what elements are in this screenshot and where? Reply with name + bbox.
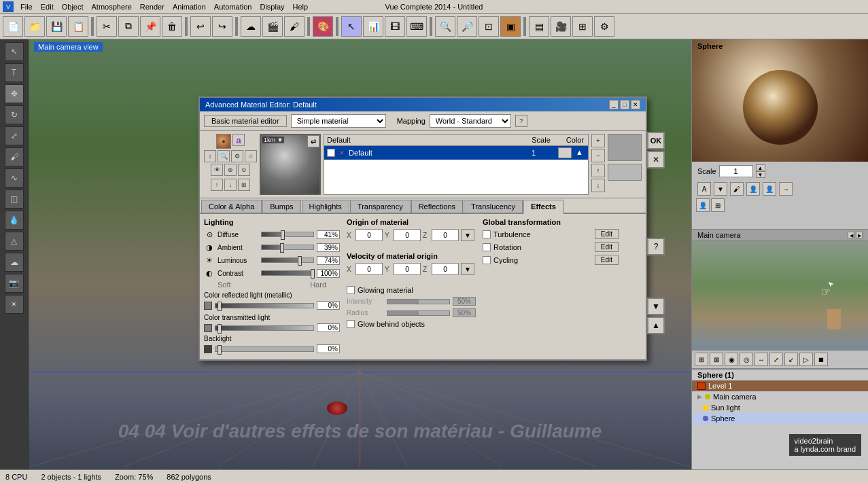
zoom-in-btn[interactable]: 🔍	[435, 16, 455, 37]
rotation-checkbox[interactable]	[483, 243, 491, 251]
scroll-up-btn[interactable]: ▲	[647, 317, 665, 334]
layout-btn[interactable]: ⊞	[572, 16, 593, 37]
tab-highlights[interactable]: Highlights	[302, 200, 349, 213]
cancel-button[interactable]: ✕	[647, 151, 665, 168]
undo-btn[interactable]: ↩	[190, 16, 211, 37]
tab-reflections[interactable]: Reflections	[411, 200, 463, 213]
color-swatch-1[interactable]	[608, 134, 642, 161]
menu-edit[interactable]: Edit	[37, 1, 58, 12]
mat-remove-btn[interactable]: −	[591, 149, 605, 162]
scale-up-btn[interactable]: ▲	[756, 164, 765, 171]
basic-editor-button[interactable]: Basic material editor	[204, 115, 287, 127]
right-icon-arrow[interactable]: →	[779, 182, 793, 196]
select-btn[interactable]: ↖	[341, 16, 362, 37]
paste-btn[interactable]: 📌	[140, 16, 160, 37]
tree-icon-1[interactable]: ⊞	[695, 353, 708, 366]
glow-checkbox[interactable]	[347, 286, 355, 294]
mat-up-btn[interactable]: ↑	[591, 164, 605, 177]
mat-scroll-up[interactable]: ▲	[576, 148, 585, 158]
mat-checkbox[interactable]	[327, 149, 335, 157]
cycling-edit-btn[interactable]: Edit	[595, 255, 619, 265]
tool-paint[interactable]: 🖌	[5, 147, 24, 166]
mat-btn7[interactable]: ⊙	[238, 164, 250, 176]
tab-bumps[interactable]: Bumps	[262, 200, 300, 213]
mat-btn4[interactable]: ☆	[245, 150, 257, 162]
anim-btn[interactable]: 🎞	[385, 16, 405, 37]
mat-btn10[interactable]: ⊞	[238, 179, 250, 191]
mat-btn6[interactable]: ⊕	[224, 164, 237, 176]
scale-input[interactable]	[719, 165, 753, 177]
velocity-y-input[interactable]	[394, 263, 421, 275]
tree-icon-9[interactable]: ⏹	[814, 353, 828, 366]
scale-down-btn[interactable]: ▼	[756, 171, 765, 178]
ambient-slider[interactable]	[261, 245, 314, 250]
origin-x-input[interactable]	[355, 229, 383, 241]
luminous-slider[interactable]	[261, 257, 314, 263]
mat-btn3[interactable]: ⚙	[231, 150, 243, 162]
backlight-slider[interactable]	[215, 346, 314, 352]
right-icon-person2[interactable]: 👤	[763, 182, 776, 196]
mat-btn2[interactable]: 🔍	[218, 150, 230, 162]
glow-behind-checkbox[interactable]	[347, 320, 355, 328]
dialog-maximize-btn[interactable]: □	[620, 100, 629, 109]
menu-atmosphere[interactable]: Atmosphere	[88, 1, 136, 12]
preview-flip-btn[interactable]: ⇄	[307, 135, 319, 147]
tool-scale[interactable]: ⤢	[5, 126, 24, 145]
mat-btn5[interactable]: 👁	[211, 164, 223, 176]
right-icon-paint[interactable]: 🖌	[730, 182, 744, 196]
view-btn[interactable]: ▣	[500, 16, 521, 37]
paint-btn[interactable]: 🖌	[284, 16, 305, 37]
tab-effects[interactable]: Effects	[523, 200, 563, 214]
right-icon-grid[interactable]: ⊞	[711, 198, 725, 212]
mat-add-btn[interactable]: +	[591, 134, 605, 147]
ok-button[interactable]: OK	[647, 132, 665, 149]
color-swatch-2[interactable]	[608, 164, 642, 181]
dialog-minimize-btn[interactable]: _	[609, 100, 619, 109]
panel-btn[interactable]: ▤	[529, 16, 549, 37]
origin-options-btn[interactable]: ▼	[461, 229, 474, 241]
tool-cloud[interactable]: ☁	[5, 253, 24, 272]
velocity-options-btn[interactable]: ▼	[461, 263, 474, 275]
color-transmitted-slider[interactable]	[215, 325, 314, 331]
mapping-help-btn[interactable]: ?	[515, 115, 527, 127]
mat-btn9[interactable]: ↓	[224, 179, 237, 191]
material-type-select[interactable]: Simple material	[291, 114, 386, 128]
tree-item-sun[interactable]: Sun light	[692, 402, 868, 413]
camera-nav-left[interactable]: ◀	[848, 232, 854, 238]
new-btn[interactable]: 📄	[3, 16, 23, 37]
menu-render[interactable]: Render	[136, 1, 169, 12]
color-reflected-slider[interactable]	[215, 303, 314, 308]
origin-z-input[interactable]	[432, 229, 459, 241]
tool-light[interactable]: ☀	[5, 295, 24, 314]
tab-transparency[interactable]: Transparency	[350, 200, 411, 213]
zoom-out-btn[interactable]: 🔎	[457, 16, 477, 37]
menu-object[interactable]: Object	[58, 1, 88, 12]
tree-item-sphere[interactable]: Sphere	[692, 413, 868, 424]
turbulence-edit-btn[interactable]: Edit	[595, 229, 619, 239]
menu-file[interactable]: File	[16, 1, 37, 12]
tree-icon-7[interactable]: ↙	[784, 353, 798, 366]
tab-translucency[interactable]: Translucency	[464, 200, 523, 213]
mat-color-swatch[interactable]	[558, 147, 572, 158]
right-icon-1[interactable]: A	[697, 182, 711, 196]
color-transmitted-swatch[interactable]	[204, 324, 212, 332]
right-icon-person3[interactable]: 👤	[696, 198, 710, 212]
tree-icon-8[interactable]: ▷	[799, 353, 813, 366]
cycling-checkbox[interactable]	[483, 256, 491, 264]
cloud-btn[interactable]: ☁	[241, 16, 261, 37]
help-dialog-button[interactable]: ?	[647, 238, 665, 255]
color-reflected-swatch[interactable]	[204, 302, 212, 310]
tab-color-alpha[interactable]: Color & Alpha	[201, 200, 262, 213]
tool-eyedrop[interactable]: 💧	[5, 211, 24, 230]
save-btn[interactable]: 💾	[46, 16, 67, 37]
velocity-x-input[interactable]	[355, 263, 383, 275]
right-icon-person[interactable]: 👤	[746, 182, 760, 196]
velocity-z-input[interactable]	[432, 263, 459, 275]
mat-sphere-icon[interactable]: ●	[216, 134, 231, 149]
mat-btn8[interactable]: ↑	[211, 179, 223, 191]
render-btn[interactable]: 🎬	[262, 16, 283, 37]
zoom-fit-btn[interactable]: ⊡	[479, 16, 499, 37]
origin-y-input[interactable]	[394, 229, 421, 241]
tree-icon-6[interactable]: ⤢	[769, 353, 783, 366]
tree-icon-2[interactable]: ⊠	[710, 353, 723, 366]
